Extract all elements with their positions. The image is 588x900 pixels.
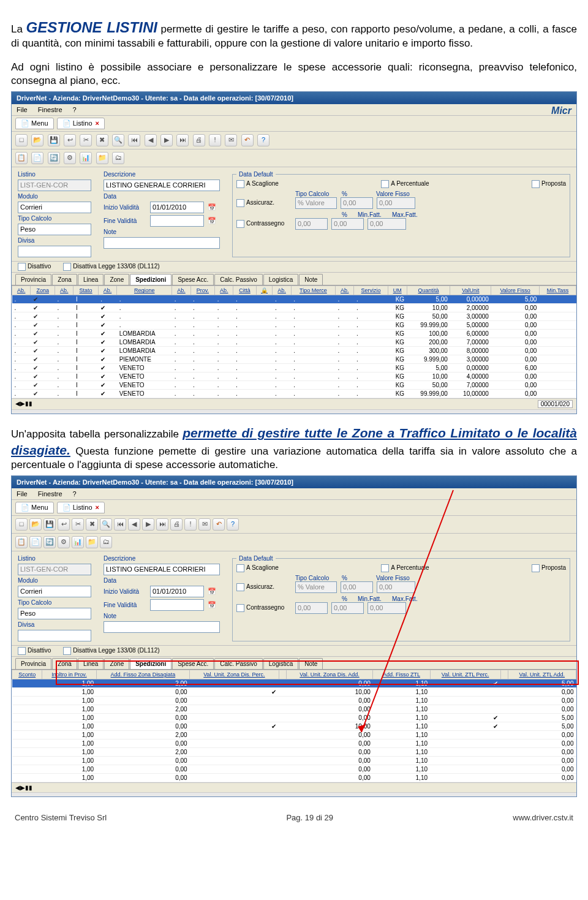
col-header[interactable]: 🔒 <box>256 286 273 295</box>
print-icon[interactable]: 🖨 <box>170 518 183 531</box>
inp-tipo[interactable]: Peso <box>18 224 91 235</box>
tool-a-icon[interactable]: ⚙ <box>58 536 70 548</box>
table-row[interactable]: 1,000,000,001,100,00 <box>12 765 576 774</box>
col-header[interactable]: Ab. <box>273 286 291 295</box>
inner-tab-calcpassivo[interactable]: Calc. Passivo <box>214 658 263 669</box>
table-row[interactable]: 1,002,000,001,10✔5,00 <box>12 679 576 688</box>
open-icon[interactable]: 📂 <box>29 518 42 531</box>
main-menu-2[interactable]: File Finestre ? <box>12 488 576 500</box>
inp-desc-2[interactable]: LISTINO GENERALE CORRIERI <box>104 564 220 575</box>
col-header[interactable]: Ab. <box>55 286 74 295</box>
close-icon[interactable]: × <box>96 119 99 127</box>
col-header[interactable]: Zona <box>31 286 55 295</box>
nav-prev-icon[interactable]: ◀ <box>145 134 157 146</box>
inp-finev[interactable] <box>150 215 204 227</box>
col-header[interactable]: Valore Fisso <box>491 286 540 295</box>
inp-modulo-2[interactable]: Corrieri <box>18 586 91 597</box>
nav-last-icon[interactable]: ⏭ <box>176 134 189 146</box>
back-icon[interactable]: ↩ <box>58 518 70 531</box>
tab-listino[interactable]: 📄 Listino × <box>57 118 105 129</box>
cb-assic[interactable] <box>236 199 244 207</box>
undo-icon[interactable]: ↶ <box>241 134 254 146</box>
inner-tab-provincia[interactable]: Provincia <box>15 274 51 285</box>
table-row[interactable]: .✔.I✔.........KG99.999,005,000000,00 <box>12 321 576 330</box>
cb-contr[interactable] <box>236 220 244 228</box>
status-nav-2[interactable]: ◀▶▮▮ <box>15 784 32 791</box>
inner-tab-linea[interactable]: Linea <box>78 274 104 285</box>
col-header[interactable]: Ab. <box>12 286 31 295</box>
col-header[interactable]: Stato <box>74 286 98 295</box>
inp-desc[interactable]: LISTINO GENERALE CORRIERI <box>104 180 220 191</box>
table-row[interactable]: 1,000,00✔10,001,100,00 <box>12 688 576 697</box>
calendar-icon-2[interactable]: 📅 <box>208 217 216 225</box>
table-row[interactable]: 1,000,000,001,100,00 <box>12 774 576 782</box>
col-header[interactable]: Ab. <box>215 286 233 295</box>
table-row[interactable]: .✔.I✔LOMBARDIA........KG300,008,000000,0… <box>12 347 576 355</box>
table-row[interactable]: .✔.I✔VENETO........KG50,007,000000,00 <box>12 381 576 390</box>
table-row[interactable]: 1,000,00✔10,001,10✔5,00 <box>12 722 576 731</box>
search-icon[interactable]: 🔍 <box>112 134 124 146</box>
table-row[interactable]: 1,000,000,001,100,00 <box>12 739 576 748</box>
inp-divisa[interactable] <box>18 246 91 257</box>
cb-perc[interactable] <box>381 180 389 188</box>
inp-note-2[interactable] <box>104 621 220 633</box>
inner-tab-zona[interactable]: Zona <box>52 658 77 669</box>
status-nav[interactable]: ◀▶▮▮ <box>15 400 32 408</box>
table-row[interactable]: .✔.I✔VENETO........KG5,000,000006,00 <box>12 364 576 372</box>
inner-tab-speseacc[interactable]: Spese Acc. <box>172 274 214 285</box>
close-icon-2[interactable]: × <box>96 504 99 511</box>
help-icon[interactable]: ? <box>227 518 239 531</box>
col-header[interactable]: Sconto <box>12 670 42 679</box>
col-header[interactable]: Val. Unit. Zona Dis. Perc. <box>190 670 279 679</box>
col-header[interactable]: Val. Unit. ZTL Perc. <box>430 670 500 679</box>
back-icon[interactable]: ↩ <box>64 134 76 146</box>
col-header[interactable] <box>500 670 508 679</box>
help-icon[interactable]: ? <box>257 134 270 146</box>
inner-tab-linea[interactable]: Linea <box>78 658 104 669</box>
col-header[interactable]: Ab. <box>336 286 354 295</box>
inp-iniziov-2[interactable]: 01/01/2010 <box>150 586 204 597</box>
refresh-icon[interactable]: 🔄 <box>43 536 56 548</box>
col-header[interactable]: ValUnit <box>450 286 491 295</box>
cb-scaglione[interactable] <box>236 180 244 188</box>
inner-tab-provincia[interactable]: Provincia <box>15 658 51 669</box>
table-row[interactable]: 1,000,000,001,100,00 <box>12 757 576 765</box>
refresh-icon[interactable]: 🔄 <box>48 152 60 164</box>
table-row[interactable]: 1,000,000,001,10✔5,00 <box>12 714 576 722</box>
tab-listino-2[interactable]: 📄 Listino × <box>57 502 105 513</box>
table-row[interactable]: .✔.I✔VENETO........KG99.999,0010,000000,… <box>12 390 576 398</box>
inner-tab-logistica[interactable]: Logistica <box>263 274 298 285</box>
nav-first-icon[interactable]: ⏮ <box>128 134 140 146</box>
inner-tab-zona[interactable]: Zona <box>52 274 77 285</box>
calendar-icon[interactable]: 📅 <box>208 203 216 211</box>
col-header[interactable] <box>279 670 286 679</box>
excl-icon[interactable]: ! <box>184 518 197 531</box>
nav-next-icon[interactable]: ▶ <box>142 518 154 531</box>
nav-prev-icon[interactable]: ◀ <box>128 518 140 531</box>
tool-d-icon[interactable]: 🗂 <box>112 152 124 164</box>
cut-icon[interactable]: ✂ <box>80 134 92 146</box>
inner-tab-speseacc[interactable]: Spese Acc. <box>172 658 214 669</box>
excl-icon[interactable]: ! <box>209 134 221 146</box>
inp-iniziov[interactable]: 01/01/2010 <box>150 202 204 213</box>
table-row[interactable]: .✔.I✔LOMBARDIA........KG100,006,000000,0… <box>12 330 576 338</box>
scrollbar[interactable] <box>12 409 576 414</box>
cut-icon[interactable]: ✂ <box>72 518 84 531</box>
col-header[interactable]: Ab. <box>172 286 190 295</box>
table-row[interactable]: 1,002,000,001,100,00 <box>12 748 576 757</box>
scrollbar-2[interactable] <box>12 792 576 796</box>
inner-tab-zone[interactable]: Zone <box>104 658 129 669</box>
col-header[interactable]: Servizio <box>354 286 388 295</box>
cb-disattivo[interactable] <box>18 263 26 271</box>
open-icon[interactable]: 📂 <box>31 134 43 146</box>
tool-b-icon[interactable]: 📊 <box>72 536 84 548</box>
new-icon[interactable]: □ <box>15 518 28 531</box>
col-header[interactable]: Ab. <box>98 286 116 295</box>
nav-last-icon[interactable]: ⏭ <box>156 518 168 531</box>
search-icon[interactable]: 🔍 <box>100 518 112 531</box>
inp-divisa-2[interactable] <box>18 630 91 641</box>
table-row[interactable]: 1,002,000,001,100,00 <box>12 731 576 739</box>
new-icon[interactable]: □ <box>15 134 28 146</box>
cb-proposta[interactable] <box>532 180 540 188</box>
col-header[interactable]: UM <box>388 286 407 295</box>
